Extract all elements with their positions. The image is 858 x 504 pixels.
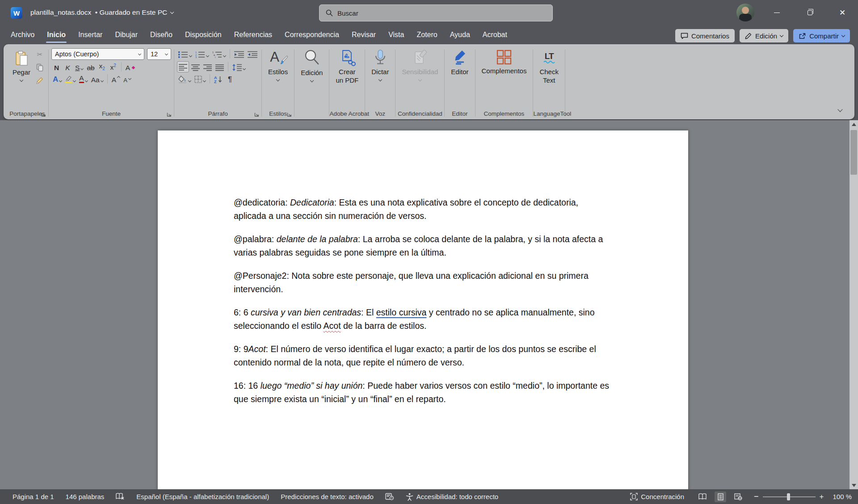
line-spacing-button[interactable] <box>231 61 247 72</box>
document-canvas[interactable]: @dedicatoria: Dedicatoria: Esta es una n… <box>0 120 858 489</box>
document-page[interactable]: @dedicatoria: Dedicatoria: Esta es una n… <box>158 130 688 489</box>
align-left-button[interactable] <box>177 61 189 72</box>
tab-zotero[interactable]: Zotero <box>410 25 443 44</box>
search-placeholder: Buscar <box>337 9 358 17</box>
comments-button[interactable]: Comentarios <box>675 29 735 42</box>
paragraph: @Personaje2: Nota sobre este personaje, … <box>234 269 611 296</box>
avatar[interactable] <box>736 4 754 21</box>
grow-font-button[interactable]: A <box>110 73 121 84</box>
format-painter-button[interactable] <box>34 75 46 86</box>
tab-vista[interactable]: Vista <box>382 25 410 44</box>
italic-button[interactable]: K <box>63 61 73 72</box>
minimize-button[interactable] <box>762 0 791 25</box>
tab-insertar[interactable]: Insertar <box>72 25 109 44</box>
print-layout-button[interactable] <box>715 491 726 502</box>
page-indicator[interactable]: Página 1 de 1 <box>13 493 54 500</box>
strikethrough-button[interactable]: ab <box>85 61 96 72</box>
share-button[interactable]: Compartir <box>793 29 850 42</box>
clipboard-dialog-launcher[interactable] <box>41 112 46 117</box>
close-button[interactable]: ✕ <box>828 0 857 25</box>
tab-ayuda[interactable]: Ayuda <box>444 25 476 44</box>
accessibility-status[interactable]: Accesibilidad: todo correcto <box>406 493 498 501</box>
collapse-ribbon-button[interactable] <box>838 105 842 113</box>
pilcrow-button[interactable]: ¶ <box>225 73 235 84</box>
increase-indent-button[interactable] <box>246 48 259 59</box>
sort-icon: A Z <box>214 76 223 83</box>
shrink-font-button[interactable]: A <box>122 73 132 84</box>
tab-correspondencia[interactable]: Correspondencia <box>278 25 345 44</box>
pencil-icon <box>745 32 752 39</box>
editing-mode-button[interactable]: Edición <box>740 29 788 42</box>
font-dialog-launcher[interactable] <box>167 112 172 117</box>
language-indicator[interactable]: Español (España - alfabetización tradici… <box>136 493 269 500</box>
web-layout-button[interactable] <box>732 491 744 502</box>
paragraph: 6: 6 cursiva y van bien centradas: El es… <box>234 306 611 332</box>
focus-mode-button[interactable]: Concentración <box>630 493 684 500</box>
clear-formatting-button[interactable]: A <box>124 61 137 72</box>
tab-diseno[interactable]: Diseño <box>144 25 179 44</box>
tab-disposicion[interactable]: Disposición <box>179 25 228 44</box>
shading-button[interactable] <box>177 73 192 84</box>
read-mode-button[interactable] <box>697 491 708 502</box>
word-count[interactable]: 146 palabras <box>66 493 105 500</box>
sensitivity-button[interactable]: Sensibilidad <box>398 48 442 81</box>
document-title[interactable]: plantilla_notas.docx • Guardado en Este … <box>30 8 173 17</box>
styles-dialog-launcher[interactable] <box>287 112 292 117</box>
bold-button[interactable]: N <box>51 61 62 72</box>
scroll-up-button[interactable] <box>850 120 858 128</box>
underline-button[interactable]: S <box>74 61 84 72</box>
dictate-button[interactable]: Dictar <box>368 48 392 81</box>
cut-button[interactable]: ✂ <box>34 49 46 60</box>
subscript-button[interactable]: x2 <box>97 61 107 72</box>
change-case-button[interactable]: Aa <box>90 73 105 84</box>
font-size-combobox[interactable]: 12 <box>147 48 171 60</box>
editing-button[interactable]: Edición <box>297 48 326 82</box>
web-layout-icon <box>734 493 742 500</box>
justify-button[interactable] <box>214 61 225 72</box>
tab-referencias[interactable]: Referencias <box>228 25 278 44</box>
font-color-button[interactable]: A <box>78 73 88 84</box>
tab-inicio[interactable]: Inicio <box>41 25 72 44</box>
tab-revisar[interactable]: Revisar <box>345 25 382 44</box>
scrollbar-thumb[interactable] <box>850 130 857 175</box>
magnifier-icon <box>303 49 321 67</box>
create-pdf-button[interactable]: Crearun PDF <box>332 48 362 84</box>
check-text-button[interactable]: LT CheckText <box>536 48 562 84</box>
text-segment: @dedicatoria: <box>234 197 290 207</box>
paste-button[interactable]: Pegar <box>9 48 34 108</box>
multilevel-list-button[interactable]: 1ai <box>211 48 227 59</box>
tab-archivo[interactable]: Archivo <box>4 25 41 44</box>
tab-acrobat[interactable]: Acrobat <box>476 25 513 44</box>
borders-button[interactable] <box>193 73 207 84</box>
paragraph-dialog-launcher[interactable] <box>254 112 259 117</box>
font-name-combobox[interactable]: Aptos (Cuerpo) <box>51 48 144 60</box>
text-predictions-toggle[interactable] <box>385 493 394 500</box>
vertical-scrollbar[interactable] <box>850 120 858 489</box>
proofing-status[interactable] <box>116 493 125 500</box>
zoom-slider-handle[interactable] <box>787 493 790 500</box>
align-right-button[interactable] <box>202 61 213 72</box>
addins-button[interactable]: Complementos <box>478 48 530 75</box>
zoom-slider[interactable]: − + <box>754 492 824 501</box>
restore-button[interactable] <box>795 0 824 25</box>
search-input[interactable]: Buscar <box>319 4 553 21</box>
scroll-down-button[interactable] <box>850 481 858 489</box>
zoom-out-button[interactable]: − <box>754 492 759 501</box>
editor-button[interactable]: Editor <box>447 48 472 76</box>
tab-dibujar[interactable]: Dibujar <box>109 25 144 44</box>
text-predictions[interactable]: Predicciones de texto: activado <box>281 493 374 500</box>
text-effects-button[interactable]: A <box>51 73 63 84</box>
zoom-slider-track[interactable] <box>763 496 816 497</box>
zoom-in-button[interactable]: + <box>820 492 824 501</box>
numbering-button[interactable]: 123 <box>194 48 210 59</box>
sort-button[interactable]: A Z <box>213 73 224 84</box>
styles-button[interactable]: A Estilos <box>265 48 291 81</box>
align-center-button[interactable] <box>190 61 201 72</box>
zoom-percentage[interactable]: 100 % <box>833 493 852 500</box>
copy-button[interactable] <box>34 62 46 73</box>
superscript-button[interactable]: x2 <box>108 61 118 72</box>
highlight-button[interactable] <box>64 73 77 84</box>
decrease-indent-button[interactable] <box>233 48 245 59</box>
copy-icon <box>36 63 43 71</box>
bullets-button[interactable] <box>177 48 193 59</box>
